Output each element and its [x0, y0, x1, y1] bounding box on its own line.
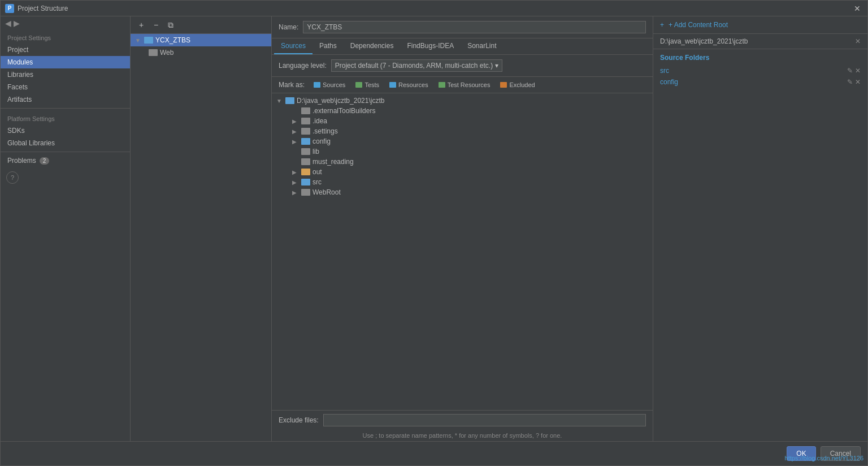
mark-resources-button[interactable]: Resources	[386, 80, 432, 89]
platform-settings-title: Platform Settings	[1, 111, 130, 124]
remove-src-button[interactable]: ✕	[855, 67, 861, 75]
mark-sources-button[interactable]: Sources	[310, 80, 349, 89]
idea-arrow: ▶	[292, 118, 299, 124]
sidebar-item-problems[interactable]: Problems 2	[1, 154, 130, 167]
remove-config-button[interactable]: ✕	[855, 78, 861, 86]
must-reading-folder-icon	[301, 158, 310, 165]
source-folder-src-actions: ✎ ✕	[847, 67, 861, 75]
tab-dependencies[interactable]: Dependencies	[344, 38, 401, 54]
sidebar-divider-2	[1, 152, 130, 152]
idea-label: .idea	[313, 117, 327, 125]
sidebar-item-project[interactable]: Project	[1, 44, 130, 56]
name-input[interactable]	[303, 21, 646, 33]
folder-icon-ycx	[144, 37, 153, 44]
tab-paths[interactable]: Paths	[313, 38, 344, 54]
externaltoolbuilders-folder-icon	[301, 107, 310, 114]
tab-sources[interactable]: Sources	[274, 38, 313, 54]
tree-item-lib[interactable]: ▶ lib	[272, 146, 653, 157]
add-content-root-button[interactable]: + + Add Content Root	[653, 16, 867, 34]
sidebar-item-libraries[interactable]: Libraries	[1, 68, 130, 81]
copy-module-button[interactable]: ⧉	[164, 19, 177, 31]
mark-test-resources-button[interactable]: Test Resources	[435, 80, 494, 89]
sidebar-item-facets[interactable]: Facets	[1, 81, 130, 93]
lib-folder-icon	[301, 148, 310, 155]
sidebar-item-global-libraries[interactable]: Global Libraries	[1, 137, 130, 149]
problems-badge: 2	[40, 157, 50, 165]
src-folder-icon	[301, 179, 310, 185]
src-label: src	[313, 178, 322, 186]
tree-item-settings[interactable]: ▶ .settings	[272, 126, 653, 136]
tree-root-item[interactable]: ▼ D:\java_web\jcztb_2021\jcztb	[272, 96, 653, 106]
dropdown-arrow-icon: ▾	[495, 62, 498, 70]
root-expand-arrow: ▼	[276, 98, 283, 104]
webroot-folder-icon	[301, 189, 310, 196]
add-content-root-icon: +	[660, 21, 664, 29]
webroot-arrow: ▶	[292, 189, 299, 196]
out-folder-icon	[301, 169, 310, 175]
tree-item-externaltoolbuilders[interactable]: ▶ .externalToolBuilders	[272, 106, 653, 116]
config-arrow: ▶	[292, 139, 299, 145]
bottom-bar: OK Cancel	[1, 441, 867, 465]
out-arrow: ▶	[292, 169, 299, 175]
main-panel: Name: Sources Paths Dependencies FindBug…	[272, 16, 653, 441]
sources-icon	[314, 82, 320, 88]
tree-item-idea[interactable]: ▶ .idea	[272, 116, 653, 126]
window-close-button[interactable]: ✕	[852, 3, 863, 14]
root-path: D:\java_web\jcztb_2021\jcztb	[297, 97, 384, 105]
tree-item-must-reading[interactable]: ▶ must_reading	[272, 157, 653, 167]
excluded-icon	[500, 82, 507, 88]
hint-row: Use ; to separate name patterns, * for a…	[272, 430, 653, 441]
test-resources-icon	[439, 82, 445, 88]
folder-icon-web	[149, 49, 158, 56]
sidebar-divider	[1, 108, 130, 109]
mark-excluded-button[interactable]: Excluded	[497, 80, 538, 89]
exclude-files-label: Exclude files:	[279, 416, 319, 424]
sidebar-item-artifacts[interactable]: Artifacts	[1, 93, 130, 106]
mark-tests-button[interactable]: Tests	[352, 80, 383, 89]
file-tree[interactable]: ▼ D:\java_web\jcztb_2021\jcztb ▶ .extern…	[272, 93, 653, 410]
main-content: ◀ ▶ Project Settings Project Modules Lib…	[1, 16, 867, 441]
root-folder-icon	[285, 97, 294, 104]
lib-label: lib	[313, 148, 319, 156]
webroot-label: WebRoot	[313, 188, 341, 196]
edit-src-button[interactable]: ✎	[847, 67, 853, 75]
content-root-header: D:\java_web\jcztb_2021\jcztb ✕	[653, 34, 867, 49]
settings-label: .settings	[313, 127, 338, 135]
tab-findbugs[interactable]: FindBugs-IDEA	[400, 38, 461, 54]
sidebar-item-sdks[interactable]: SDKs	[1, 124, 130, 137]
sidebar: ◀ ▶ Project Settings Project Modules Lib…	[1, 16, 131, 441]
must-reading-label: must_reading	[313, 158, 354, 166]
title-bar: P Project Structure ✕	[1, 1, 867, 16]
source-folder-config-label: config	[660, 78, 678, 86]
add-module-button[interactable]: +	[135, 19, 147, 31]
help-button[interactable]: ?	[6, 171, 19, 184]
tree-arrow-ycx: ▼	[135, 37, 142, 44]
language-level-select[interactable]: Project default (7 - Diamonds, ARM, mult…	[331, 59, 502, 72]
tests-icon	[355, 82, 362, 88]
edit-config-button[interactable]: ✎	[847, 78, 853, 86]
language-level-label: Language level:	[279, 62, 327, 70]
idea-folder-icon	[301, 118, 310, 124]
tree-item-webroot[interactable]: ▶ WebRoot	[272, 187, 653, 197]
settings-arrow: ▶	[292, 128, 299, 135]
module-item-ycx-ztbs[interactable]: ▼ YCX_ZTBS	[131, 34, 271, 46]
settings-folder-icon	[301, 128, 310, 135]
sidebar-item-modules[interactable]: Modules	[1, 56, 130, 68]
src-arrow: ▶	[292, 179, 299, 185]
config-folder-icon	[301, 138, 310, 145]
exclude-files-input[interactable]	[323, 414, 646, 426]
tab-sonarlint[interactable]: SonarLint	[461, 38, 503, 54]
source-folders-title: Source Folders	[660, 54, 861, 62]
tree-item-out[interactable]: ▶ out	[272, 167, 653, 177]
module-item-web[interactable]: Web	[131, 46, 271, 59]
tree-item-src[interactable]: ▶ src	[272, 177, 653, 187]
project-structure-window: P Project Structure ✕ ◀ ▶ Project Settin…	[0, 0, 868, 466]
back-button[interactable]: ◀	[5, 19, 11, 28]
remove-module-button[interactable]: −	[150, 19, 162, 31]
content-root-close-button[interactable]: ✕	[855, 37, 861, 45]
tree-item-config[interactable]: ▶ config	[272, 136, 653, 146]
config-label: config	[313, 137, 331, 145]
module-label-web: Web	[160, 49, 173, 57]
app-icon: P	[5, 4, 14, 13]
forward-button[interactable]: ▶	[14, 19, 20, 28]
